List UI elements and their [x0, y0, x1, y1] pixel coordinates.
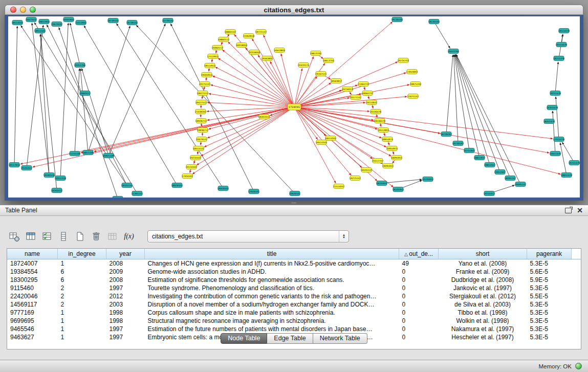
graph-node[interactable]: 20751947: [464, 148, 475, 153]
graph-node[interactable]: 18105147: [361, 168, 372, 172]
graph-node[interactable]: 17514914: [207, 54, 219, 59]
table-row[interactable]: 1456911722003Disruption of a novel membe…: [7, 300, 581, 309]
graph-node[interactable]: 19613705: [310, 51, 321, 56]
delete-column-icon[interactable]: [89, 230, 103, 243]
graph-node[interactable]: 19565904: [63, 17, 74, 22]
graph-node[interactable]: 20035151: [112, 196, 123, 198]
graph-node[interactable]: 19734703: [398, 58, 409, 63]
graph-node[interactable]: 19725147: [255, 30, 267, 34]
graph-node[interactable]: 18064737: [362, 91, 373, 96]
graph-node[interactable]: 19304914: [201, 73, 212, 77]
graph-node[interactable]: 19851947: [484, 163, 495, 167]
table-row[interactable]: 969969511998Structural magnetic resonanc…: [7, 317, 581, 325]
graph-node[interactable]: 19590516: [43, 173, 55, 178]
graph-node[interactable]: 20412707: [372, 159, 383, 163]
graph-node[interactable]: 19739104: [126, 20, 138, 25]
graph-node[interactable]: 21064737: [358, 82, 369, 86]
graph-node[interactable]: 19514079: [558, 29, 570, 33]
graph-node[interactable]: 19751479: [569, 161, 580, 165]
graph-node[interactable]: 18302012: [258, 115, 270, 119]
graph-node[interactable]: 19926501: [217, 186, 229, 191]
column-header-name[interactable]: name: [7, 249, 58, 259]
graph-node[interactable]: 19095951: [382, 164, 394, 168]
graph-node[interactable]: 18514914: [204, 63, 215, 68]
graph-node[interactable]: 18251479: [553, 56, 564, 61]
graph-node[interactable]: 18106476: [374, 119, 385, 123]
graph-node-hub[interactable]: 1724091: [288, 104, 301, 110]
graph-node[interactable]: 19245012: [484, 191, 495, 196]
network-view[interactable]: 1851404420623432198159042067343219565904…: [8, 16, 580, 198]
tab-network-table[interactable]: Network Table: [313, 333, 367, 344]
table-row[interactable]: 1830029562008Estimation of significance …: [7, 276, 581, 284]
graph-node[interactable]: 20926501: [289, 191, 300, 196]
table-mode-icon[interactable]: [7, 230, 21, 243]
graph-node[interactable]: 19463805: [262, 56, 273, 61]
graph-node[interactable]: 20954975: [386, 146, 398, 151]
graph-node[interactable]: 18514345: [325, 136, 336, 141]
graph-node[interactable]: 20051318: [55, 176, 66, 181]
graph-node[interactable]: 20739104: [162, 18, 173, 23]
rows-icon[interactable]: [56, 230, 71, 243]
graph-node[interactable]: 20514079: [556, 42, 567, 47]
graph-node[interactable]: 18514147: [193, 146, 204, 151]
import-table-icon[interactable]: [105, 230, 120, 243]
tab-node-table[interactable]: Node Table: [221, 333, 267, 344]
table-row[interactable]: 977716911998Corpus callosum shape and si…: [7, 309, 581, 317]
graph-node[interactable]: 20134502: [186, 165, 197, 169]
graph-node[interactable]: 18105951: [376, 181, 387, 186]
graph-node[interactable]: 19815109: [82, 150, 94, 155]
graph-node[interactable]: 20351479: [547, 105, 558, 110]
panel-splitter[interactable]: [0, 201, 588, 205]
graph-node[interactable]: 21245109: [69, 151, 80, 156]
graph-node[interactable]: 18095147: [505, 176, 516, 181]
close-window-button[interactable]: [10, 7, 16, 13]
graph-node[interactable]: 19860112: [218, 37, 229, 42]
graph-node[interactable]: 19815904: [38, 19, 50, 24]
graph-node[interactable]: 19427512: [195, 100, 207, 105]
graph-node[interactable]: 18739104: [107, 18, 119, 23]
graph-node[interactable]: 18130104: [428, 19, 440, 24]
graph-node[interactable]: 20060112: [212, 46, 223, 50]
graph-node[interactable]: 20351706: [74, 63, 85, 68]
create-column-icon[interactable]: [73, 230, 87, 243]
graph-node[interactable]: 18936712: [195, 119, 207, 123]
graph-node[interactable]: 18318004: [236, 43, 247, 48]
graph-node[interactable]: 18975105: [410, 82, 421, 86]
column-header-out_de[interactable]: △ out_de...: [399, 249, 439, 259]
graph-node[interactable]: 19162515: [315, 72, 326, 76]
graph-node[interactable]: 19756313: [342, 87, 353, 92]
graph-node[interactable]: 19095147: [515, 182, 526, 187]
graph-node[interactable]: 20079147: [196, 137, 207, 142]
graph-node[interactable]: 20651479: [550, 151, 561, 156]
graph-node[interactable]: 20320175: [298, 63, 309, 68]
column-header-year[interactable]: year: [106, 249, 145, 259]
graph-node[interactable]: 17551479: [553, 137, 564, 142]
graph-node[interactable]: 19234502: [190, 156, 201, 160]
graph-node[interactable]: 18914504: [34, 29, 46, 33]
graph-node[interactable]: 20673432: [51, 22, 62, 27]
graph-node[interactable]: 20177147: [350, 95, 361, 100]
graph-node[interactable]: 20663412: [79, 91, 91, 96]
graph-node[interactable]: 18613705: [323, 58, 334, 63]
table-row[interactable]: 1938455462009Genome-wide association stu…: [7, 268, 581, 276]
graph-node[interactable]: 18954975: [382, 137, 393, 142]
graph-node[interactable]: 17850803: [406, 70, 418, 74]
graph-node[interactable]: 18514044: [12, 20, 23, 25]
graph-node[interactable]: 20318004: [249, 50, 260, 55]
graph-node[interactable]: 18851479: [561, 173, 572, 178]
graph-node[interactable]: 18860102: [225, 30, 236, 34]
graph-node[interactable]: 21038302: [195, 110, 206, 114]
graph-node[interactable]: 19936712: [197, 128, 208, 133]
float-panel-icon[interactable]: [565, 208, 572, 213]
graph-node[interactable]: 21514047: [333, 184, 344, 189]
graph-node[interactable]: 22063918: [243, 34, 254, 38]
table-row[interactable]: 911546021997Tourette syndrome. Phenomeno…: [7, 284, 581, 292]
graph-node[interactable]: 18095951: [391, 156, 402, 160]
table-selector-dropdown[interactable]: citations_edges.txt ▲▼: [147, 230, 349, 243]
network-window[interactable]: citations_edges.txt 18514044206234321981…: [5, 5, 583, 201]
tab-edge-table[interactable]: Edge Table: [267, 333, 313, 344]
graph-node[interactable]: 19251479: [550, 91, 561, 96]
column-header-short[interactable]: short: [439, 249, 527, 259]
graph-node[interactable]: 16643805: [274, 48, 285, 53]
graph-node[interactable]: 19505151: [121, 183, 133, 188]
